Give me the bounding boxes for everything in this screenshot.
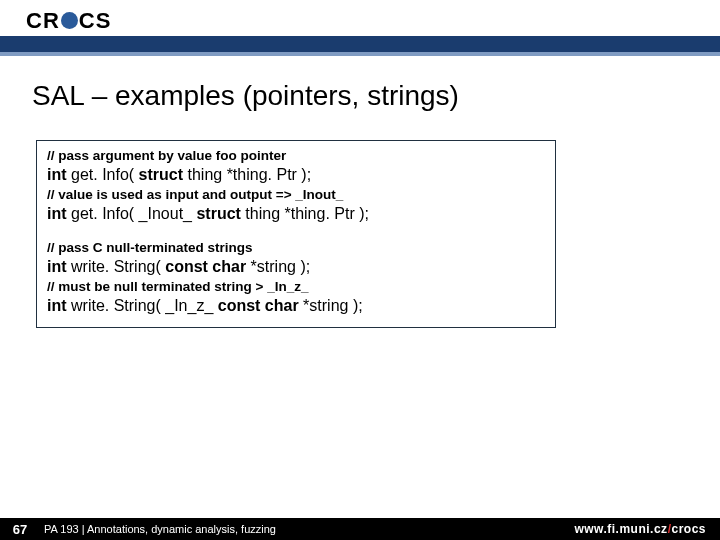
comment-3: // pass C null-terminated strings <box>47 239 545 257</box>
code-line-4: int write. String( _In_z_ const char *st… <box>47 296 545 317</box>
footer-text: PA 193 | Annotations, dynamic analysis, … <box>44 523 276 535</box>
code-line-1: int get. Info( struct thing *thing. Ptr … <box>47 165 545 186</box>
spacer <box>47 225 545 239</box>
logo: CRCS <box>26 8 111 34</box>
comment-2: // value is used as input and output => … <box>47 186 545 204</box>
comment-1: // pass argument by value foo pointer <box>47 147 545 165</box>
slide: CRCS SAL – examples (pointers, strings) … <box>0 0 720 540</box>
logo-text-left: CR <box>26 8 60 33</box>
txt: get. Info( <box>71 166 139 183</box>
kw: int <box>47 297 71 314</box>
logo-dot-icon <box>61 12 78 29</box>
kw: int <box>47 166 71 183</box>
kw: struct <box>139 166 188 183</box>
page-title: SAL – examples (pointers, strings) <box>32 80 459 112</box>
txt: thing *thing. Ptr ); <box>188 166 312 183</box>
footer-url-suffix: crocs <box>671 522 706 536</box>
header-bar-dark <box>0 36 720 52</box>
kw: struct <box>196 205 245 222</box>
txt: get. Info( _Inout_ <box>71 205 196 222</box>
header: CRCS <box>0 0 720 56</box>
txt: write. String( _In_z_ <box>71 297 218 314</box>
footer: 67 PA 193 | Annotations, dynamic analysi… <box>0 518 720 540</box>
footer-url-prefix: www.fi.muni.cz <box>574 522 667 536</box>
kw: const char <box>165 258 250 275</box>
code-line-2: int get. Info( _Inout_ struct thing *thi… <box>47 204 545 225</box>
code-box: // pass argument by value foo pointer in… <box>36 140 556 328</box>
txt: thing *thing. Ptr ); <box>245 205 369 222</box>
kw: int <box>47 205 71 222</box>
comment-4: // must be null terminated string > _In_… <box>47 278 545 296</box>
page-number: 67 <box>0 522 40 537</box>
code-line-3: int write. String( const char *string ); <box>47 257 545 278</box>
kw: const char <box>218 297 303 314</box>
kw: int <box>47 258 71 275</box>
txt: *string ); <box>303 297 363 314</box>
txt: *string ); <box>251 258 311 275</box>
txt: write. String( <box>71 258 165 275</box>
header-bar-light <box>0 52 720 56</box>
footer-url: www.fi.muni.cz/crocs <box>574 522 706 536</box>
logo-text-right: CS <box>79 8 112 33</box>
